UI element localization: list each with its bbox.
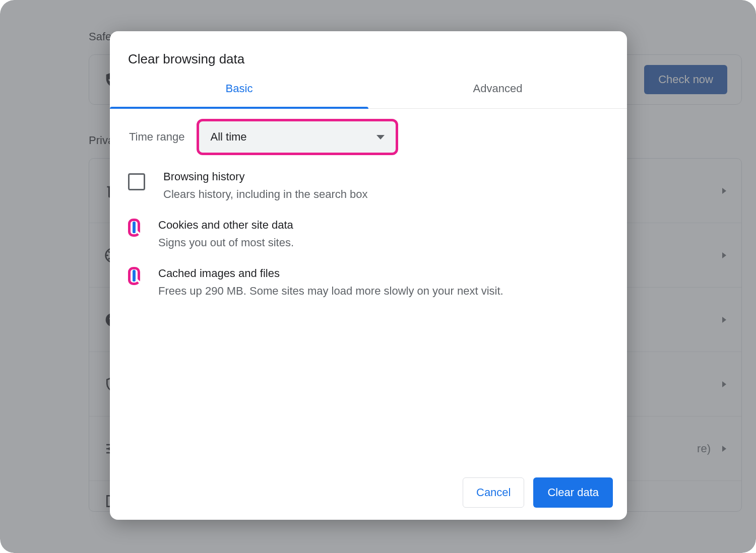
option-description: Frees up 290 MB. Some sites may load mor… — [158, 283, 503, 299]
option-description: Clears history, including in the search … — [163, 186, 368, 202]
option-title: Browsing history — [163, 170, 368, 183]
highlight-box — [128, 267, 140, 285]
clear-data-button[interactable]: Clear data — [533, 477, 613, 508]
cancel-button[interactable]: Cancel — [463, 477, 524, 508]
option-title: Cookies and other site data — [158, 219, 294, 232]
time-range-select[interactable]: All time — [197, 119, 398, 155]
option-row-cookies: Cookies and other site data Signs you ou… — [128, 219, 609, 251]
checkbox-cache[interactable] — [133, 270, 136, 282]
time-range-value: All time — [210, 130, 246, 144]
clear-browsing-data-dialog: Clear browsing data Basic Advanced Time … — [110, 31, 627, 520]
dialog-tabs: Basic Advanced — [110, 82, 627, 109]
checkbox-browsing-history[interactable] — [128, 173, 145, 190]
dropdown-caret-icon — [376, 135, 385, 140]
dialog-title: Clear browsing data — [110, 31, 627, 82]
checkbox-cookies[interactable] — [133, 222, 136, 233]
option-description: Signs you out of most sites. — [158, 235, 294, 251]
option-row-browsing-history: Browsing history Clears history, includi… — [128, 170, 609, 202]
tab-basic[interactable]: Basic — [110, 82, 368, 108]
option-row-cache: Cached images and files Frees up 290 MB.… — [128, 267, 609, 299]
tab-advanced[interactable]: Advanced — [368, 82, 627, 108]
time-range-label: Time range — [129, 130, 184, 144]
option-title: Cached images and files — [158, 267, 503, 280]
highlight-box — [128, 219, 140, 237]
